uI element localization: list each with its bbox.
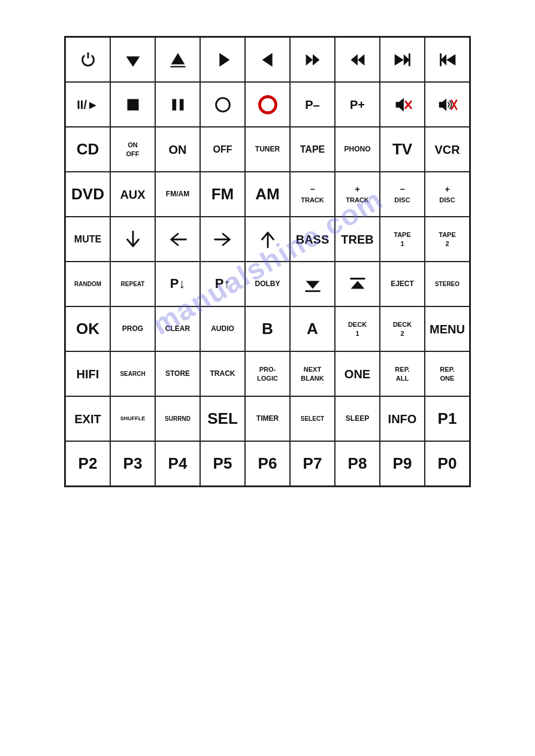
grid-cell-10[interactable]	[110, 82, 155, 127]
grid-cell-67[interactable]: PRO-LOGIC	[245, 351, 290, 396]
grid-cell-62[interactable]: MENU	[425, 306, 470, 351]
grid-cell-58[interactable]: B	[245, 306, 290, 351]
grid-cell-84[interactable]: P5	[200, 441, 245, 486]
grid-cell-45[interactable]: RANDOM	[65, 262, 110, 306]
grid-cell-66[interactable]: TRACK	[200, 351, 245, 396]
grid-cell-54[interactable]: OK	[65, 306, 110, 351]
grid-cell-28[interactable]: AUX	[110, 172, 155, 217]
grid-cell-30[interactable]: FM	[200, 172, 245, 217]
grid-cell-2[interactable]	[155, 37, 200, 82]
grid-cell-4[interactable]	[245, 37, 290, 82]
grid-cell-43[interactable]: TAPE1	[380, 217, 425, 262]
grid-cell-80[interactable]: P1	[425, 396, 470, 441]
grid-cell-59[interactable]: A	[290, 306, 335, 351]
grid-cell-35[interactable]: +DISC	[425, 172, 470, 217]
grid-cell-46[interactable]: REPEAT	[110, 262, 155, 306]
grid-cell-29[interactable]: FM/AM	[155, 172, 200, 217]
svg-rect-14	[172, 99, 176, 110]
grid-cell-49[interactable]: DOLBY	[245, 262, 290, 306]
grid-cell-12[interactable]	[200, 82, 245, 127]
grid-cell-27[interactable]: DVD	[65, 172, 110, 217]
grid-cell-16[interactable]	[380, 82, 425, 127]
grid-cell-60[interactable]: DECK1	[335, 306, 380, 351]
grid-cell-70[interactable]: REP.ALL	[380, 351, 425, 396]
grid-cell-52[interactable]: EJECT	[380, 262, 425, 306]
grid-cell-57[interactable]: AUDIO	[200, 306, 245, 351]
grid-cell-78[interactable]: SLEEP	[335, 396, 380, 441]
pup-label: P↑	[215, 277, 231, 291]
grid-cell-23[interactable]: TAPE	[290, 127, 335, 172]
grid-cell-86[interactable]: P7	[290, 441, 335, 486]
grid-cell-3[interactable]	[200, 37, 245, 82]
grid-cell-88[interactable]: P9	[380, 441, 425, 486]
cell-label: P+	[350, 98, 365, 112]
playpause-label: II/►	[77, 98, 98, 111]
grid-cell-47[interactable]: P↓	[155, 262, 200, 306]
grid-cell-31[interactable]: AM	[245, 172, 290, 217]
cell-label: P–	[305, 98, 319, 112]
deck1-label: DECK1	[348, 320, 367, 338]
grid-cell-32[interactable]: −TRACK	[290, 172, 335, 217]
grid-cell-15[interactable]: P+	[335, 82, 380, 127]
grid-cell-40[interactable]	[245, 217, 290, 262]
grid-cell-64[interactable]: SEARCH	[110, 351, 155, 396]
grid-cell-76[interactable]: TIMER	[245, 396, 290, 441]
grid-cell-65[interactable]: STORE	[155, 351, 200, 396]
grid-cell-79[interactable]: INFO	[380, 396, 425, 441]
grid-cell-69[interactable]: ONE	[335, 351, 380, 396]
grid-cell-17[interactable]	[425, 82, 470, 127]
grid-cell-41[interactable]: BASS	[290, 217, 335, 262]
grid-cell-37[interactable]	[110, 217, 155, 262]
grid-cell-71[interactable]: REP.ONE	[425, 351, 470, 396]
grid-cell-6[interactable]	[335, 37, 380, 82]
grid-cell-42[interactable]: TREB	[335, 217, 380, 262]
grid-cell-8[interactable]	[425, 37, 470, 82]
grid-cell-72[interactable]: EXIT	[65, 396, 110, 441]
grid-cell-1[interactable]	[110, 37, 155, 82]
grid-cell-7[interactable]	[380, 37, 425, 82]
grid-cell-51[interactable]	[335, 262, 380, 306]
grid-cell-87[interactable]: P8	[335, 441, 380, 486]
cell-label: PROG	[122, 324, 143, 333]
grid-cell-77[interactable]: SELECT	[290, 396, 335, 441]
grid-cell-85[interactable]: P6	[245, 441, 290, 486]
grid-cell-33[interactable]: +TRACK	[335, 172, 380, 217]
grid-cell-83[interactable]: P4	[155, 441, 200, 486]
grid-cell-36[interactable]: MUTE	[65, 217, 110, 262]
grid-cell-56[interactable]: CLEAR	[155, 306, 200, 351]
grid-cell-25[interactable]: TV	[380, 127, 425, 172]
grid-cell-89[interactable]: P0	[425, 441, 470, 486]
grid-cell-5[interactable]	[290, 37, 335, 82]
grid-cell-9[interactable]: II/►	[65, 82, 110, 127]
grid-cell-34[interactable]: −DISC	[380, 172, 425, 217]
grid-cell-22[interactable]: TUNER	[245, 127, 290, 172]
cell-label: P2	[78, 454, 98, 473]
grid-cell-44[interactable]: TAPE2	[425, 217, 470, 262]
grid-cell-38[interactable]	[155, 217, 200, 262]
grid-cell-61[interactable]: DECK2	[380, 306, 425, 351]
grid-cell-26[interactable]: VCR	[425, 127, 470, 172]
grid-cell-73[interactable]: SHUFFLE	[110, 396, 155, 441]
grid-cell-63[interactable]: HIFI	[65, 351, 110, 396]
grid-cell-53[interactable]: STEREO	[425, 262, 470, 306]
grid-cell-50[interactable]	[290, 262, 335, 306]
grid-cell-19[interactable]: ON OFF	[110, 127, 155, 172]
grid-cell-0[interactable]	[65, 37, 110, 82]
grid-cell-13[interactable]	[245, 82, 290, 127]
svg-marker-3	[306, 54, 312, 65]
grid-cell-39[interactable]	[200, 217, 245, 262]
grid-cell-81[interactable]: P2	[65, 441, 110, 486]
grid-cell-74[interactable]: SURRND	[155, 396, 200, 441]
grid-cell-68[interactable]: NEXTBLANK	[290, 351, 335, 396]
grid-cell-18[interactable]: CD	[65, 127, 110, 172]
grid-cell-82[interactable]: P3	[110, 441, 155, 486]
grid-cell-20[interactable]: ON	[155, 127, 200, 172]
grid-cell-24[interactable]: PHONO	[335, 127, 380, 172]
grid-cell-48[interactable]: P↑	[200, 262, 245, 306]
svg-marker-10	[446, 54, 455, 65]
grid-cell-75[interactable]: SEL	[200, 396, 245, 441]
grid-cell-14[interactable]: P–	[290, 82, 335, 127]
grid-cell-11[interactable]	[155, 82, 200, 127]
grid-cell-21[interactable]: OFF	[200, 127, 245, 172]
grid-cell-55[interactable]: PROG	[110, 306, 155, 351]
